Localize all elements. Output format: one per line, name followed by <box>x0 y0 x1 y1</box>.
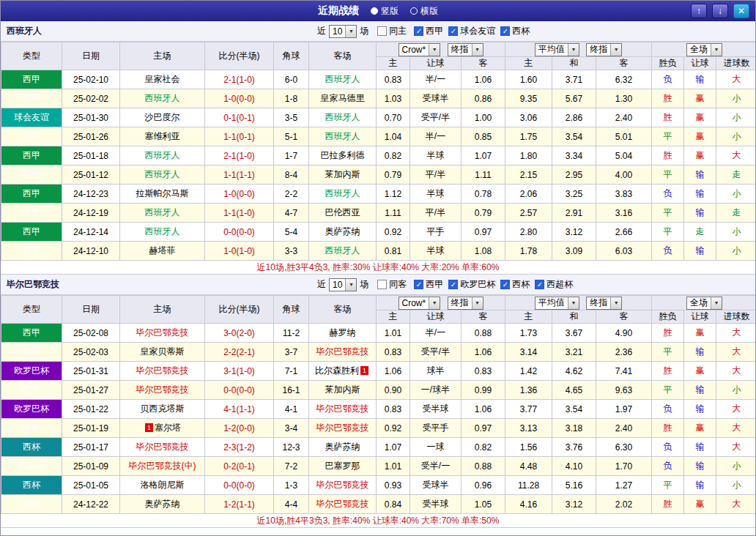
match-date: 25-02-02 <box>62 89 120 108</box>
odds-home: 0.84 <box>377 495 410 514</box>
scroll-down-button[interactable]: ↓ <box>712 4 728 18</box>
layout-radio-vertical[interactable]: 竖版 <box>371 5 399 18</box>
league-filter-checkbox[interactable]: ✓西超杯 <box>535 278 573 291</box>
home-team: 西班牙人 <box>120 223 205 242</box>
corner-count: 4-7 <box>274 204 309 223</box>
league-type-badge: 西甲 <box>1 242 62 261</box>
match-date: 25-01-31 <box>62 362 120 381</box>
same-venue-checkbox[interactable]: 同主 <box>377 25 407 37</box>
avg-home: 3.77 <box>505 400 552 419</box>
scroll-up-button[interactable]: ↑ <box>691 4 707 18</box>
col-away: 客场 <box>309 296 377 324</box>
result-wdl: 平 <box>652 165 684 185</box>
away-team: 毕尔巴鄂竞技 <box>309 419 377 438</box>
layout-radio-horizontal[interactable]: 横版 <box>410 5 438 18</box>
near-label: 近 <box>317 25 326 37</box>
match-row: 西甲25-02-10皇家社会2-1(1-0)6-0西班牙人0.83半/一1.06… <box>1 70 756 89</box>
league-filter-checkbox[interactable]: ✓球会友谊 <box>448 25 495 37</box>
result-wdl: 平 <box>652 343 684 362</box>
near-label: 近 <box>317 278 326 291</box>
match-date: 24-12-10 <box>62 242 120 261</box>
team-name: 比尔森胜利 <box>315 365 359 376</box>
league-filter-checkbox[interactable]: ✓欧罗巴杯 <box>448 278 495 291</box>
avg-final-select[interactable]: 终指▼ <box>586 43 622 56</box>
col-date: 日期 <box>62 42 120 70</box>
avg-home: 9.35 <box>505 89 552 108</box>
team-name-heading: 西班牙人 <box>7 25 42 37</box>
odds-final-select[interactable]: 终指▼ <box>448 43 483 56</box>
corner-count: 8-4 <box>274 165 309 185</box>
avg-draw: 3.09 <box>552 242 596 261</box>
result-goals: 小 <box>716 108 756 127</box>
home-team: 毕尔巴鄂竞技 <box>120 362 205 381</box>
team-name: 毕尔巴鄂竞技 <box>316 480 369 490</box>
odds-home: 1.04 <box>377 127 410 146</box>
col-corner: 角球 <box>274 42 309 70</box>
scope-select[interactable]: 全场▼ <box>686 43 722 56</box>
match-date: 24-12-14 <box>62 223 120 242</box>
col-type: 类型 <box>1 296 62 324</box>
result-handicap: 输 <box>684 438 716 457</box>
result-wdl: 平 <box>652 127 684 146</box>
score-halftime: 0-1(0-1) <box>205 108 274 127</box>
match-date: 25-01-22 <box>62 400 120 419</box>
score-halftime: 2-1(1-0) <box>205 70 274 89</box>
radio-vertical-label: 竖版 <box>381 5 399 18</box>
recent-count-select[interactable]: 10 ▼ <box>329 278 357 291</box>
team-name: 毕尔巴鄂竞技 <box>136 442 189 452</box>
odds-home: 0.82 <box>377 146 410 165</box>
chevron-down-icon: ▼ <box>711 297 722 309</box>
avg-home: 1.73 <box>505 324 552 343</box>
league-filter-checkbox[interactable]: ✓西甲 <box>414 278 443 291</box>
odds-source-select[interactable]: Crow*▼ <box>399 297 441 310</box>
avg-home: 3.13 <box>505 419 552 438</box>
score-halftime: 0-0(0-0) <box>205 381 274 400</box>
home-team: 洛格朗尼斯 <box>120 476 205 495</box>
sub-result-wdl: 胜负 <box>652 310 684 324</box>
odds-home: 1.01 <box>377 324 410 343</box>
away-team: 毕尔巴鄂竞技 <box>309 495 377 514</box>
recent-count-select[interactable]: 10 ▼ <box>329 25 357 38</box>
avg-final-select[interactable]: 终指▼ <box>586 297 622 310</box>
league-filter-checkbox[interactable]: ✓西甲 <box>414 25 443 37</box>
avg-away: 9.63 <box>596 381 652 400</box>
result-goals: 大 <box>716 70 756 89</box>
result-handicap: 输 <box>684 185 716 204</box>
odds-handicap: 受球半 <box>410 476 462 495</box>
matches-body: 西甲25-02-10皇家社会2-1(1-0)6-0西班牙人0.83半/一1.06… <box>1 70 756 261</box>
avg-select[interactable]: 平均值▼ <box>535 297 579 310</box>
result-goals: 小 <box>716 89 756 108</box>
odds-source-select[interactable]: Crow*▼ <box>399 43 441 56</box>
team-name: 西班牙人 <box>145 93 180 103</box>
team-name: 毕尔巴鄂竞技 <box>136 327 189 338</box>
odds-away: 0.86 <box>462 89 505 108</box>
checkbox-unchecked-icon <box>377 280 387 289</box>
avg-select[interactable]: 平均值▼ <box>535 43 579 56</box>
scope-select[interactable]: 全场▼ <box>686 297 722 310</box>
scope-group-header: 全场▼ <box>652 296 756 310</box>
team-name: 赫罗纳 <box>330 327 356 338</box>
score-halftime: 4-1(1-1) <box>205 400 274 419</box>
odds-handicap: 受平/半 <box>410 108 462 127</box>
avg-away: 1.70 <box>596 457 652 476</box>
match-date: 25-02-10 <box>62 70 120 89</box>
avg-home: 1.42 <box>505 362 552 381</box>
avg-draw: 2.86 <box>552 108 596 127</box>
league-filter-checkbox[interactable]: ✓西杯 <box>500 25 530 37</box>
result-wdl: 平 <box>652 204 684 223</box>
red-card-icon: 1 <box>360 366 368 375</box>
league-filter-checkbox[interactable]: ✓西杯 <box>500 278 530 291</box>
odds-away: 0.83 <box>462 362 505 381</box>
avg-home: 1.80 <box>505 146 552 165</box>
filter-bar: 近 10 ▼ 场 同主 ✓西甲✓球会友谊✓西杯 <box>314 21 535 41</box>
corner-count: 3-5 <box>274 108 309 127</box>
home-team: 毕尔巴鄂竞技 <box>120 324 205 343</box>
result-goals: 大 <box>716 324 756 343</box>
league-type-badge: 西甲 <box>1 419 62 438</box>
team-name: 赫塔菲 <box>149 245 176 256</box>
avg-draw: 2.91 <box>552 204 596 223</box>
close-button[interactable]: ✕ <box>733 4 749 18</box>
odds-final-select[interactable]: 终指▼ <box>448 297 483 310</box>
same-venue-checkbox[interactable]: 同客 <box>377 278 407 291</box>
avg-away: 2.40 <box>596 108 652 127</box>
